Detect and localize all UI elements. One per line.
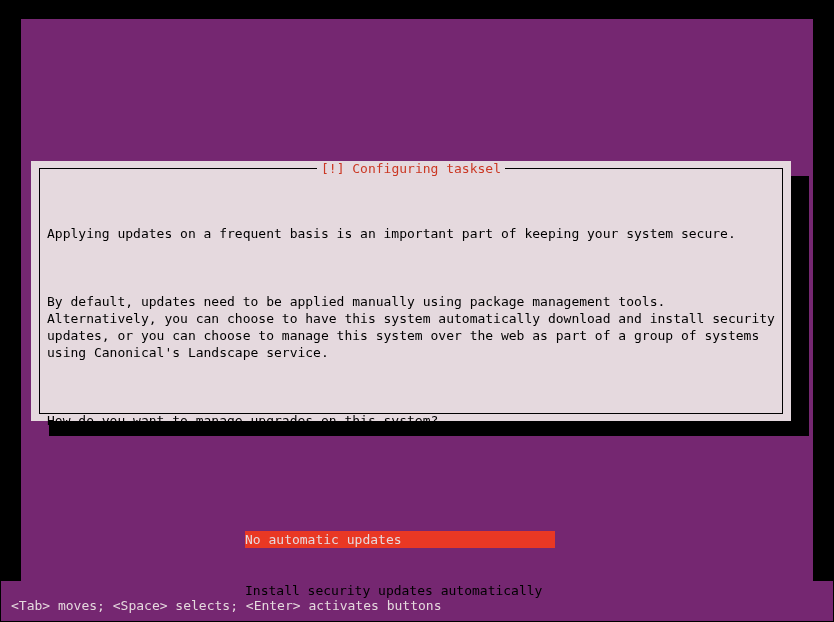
- screen-top-border: [21, 1, 813, 19]
- screen-right-border: [813, 1, 833, 581]
- dialog-content: Applying updates on a frequent basis is …: [47, 191, 775, 622]
- dialog-title: [!] Configuring tasksel: [317, 161, 505, 176]
- footer-hint: <Tab> moves; <Space> selects; <Enter> ac…: [11, 597, 441, 614]
- option-no-automatic-updates[interactable]: No automatic updates: [245, 531, 555, 548]
- dialog-paragraph-2: By default, updates need to be applied m…: [47, 293, 775, 361]
- dialog-question: How do you want to manage upgrades on th…: [47, 412, 775, 429]
- dialog-paragraph-1: Applying updates on a frequent basis is …: [47, 225, 775, 242]
- tasksel-dialog: [!] Configuring tasksel Applying updates…: [31, 161, 791, 421]
- screen-left-border: [1, 1, 21, 581]
